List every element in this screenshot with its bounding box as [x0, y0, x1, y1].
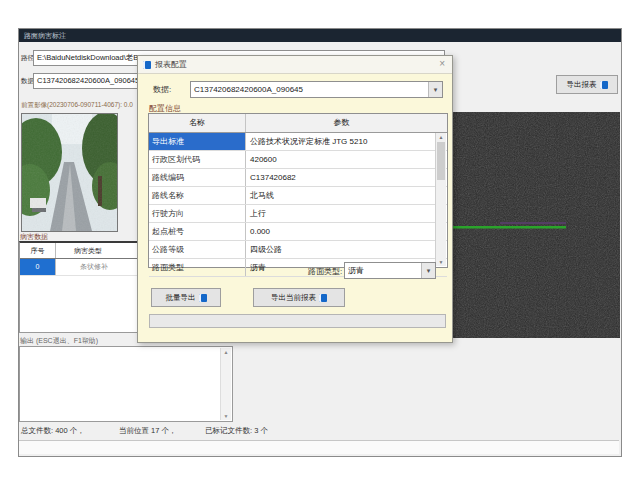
street-photo	[21, 113, 118, 232]
main-title: 路面病害标注	[24, 32, 66, 39]
config-row[interactable]: 公路等级 四级公路	[149, 241, 447, 259]
blue-app-icon	[199, 294, 207, 302]
config-name-cell: 路线名称	[149, 187, 246, 204]
config-param-cell: 四级公路	[246, 241, 447, 258]
output-label: 输出 (ESC退出、F1帮助)	[20, 336, 98, 346]
green-scan-line	[452, 226, 566, 229]
export-current-report-button[interactable]: 导出当前报表	[253, 288, 345, 307]
close-icon[interactable]: ×	[439, 58, 445, 69]
output-textarea[interactable]: ▲ ▼	[19, 346, 233, 422]
scroll-up-icon[interactable]: ▲	[436, 133, 446, 141]
config-name-cell: 行政区划代码	[149, 151, 246, 168]
scroll-down-icon[interactable]: ▼	[221, 412, 231, 420]
blue-app-icon	[600, 81, 608, 89]
config-name-cell: 路线编码	[149, 169, 246, 186]
asphalt-scan-image	[452, 112, 620, 338]
bottom-strip	[19, 441, 619, 454]
blue-app-icon	[319, 294, 327, 302]
batch-export-button[interactable]: 批量导出	[151, 288, 221, 307]
config-name-cell: 公路等级	[149, 241, 246, 258]
config-param-cell: 420600	[246, 151, 447, 168]
dialog-app-icon	[143, 61, 151, 69]
config-row[interactable]: 导出标准 公路技术状况评定标准 JTG 5210	[149, 133, 447, 151]
dialog-title: 报表配置	[155, 59, 187, 70]
status-total-files: 总文件数: 400 个，	[21, 426, 85, 436]
damage-index-cell: 0	[20, 259, 56, 275]
config-table-header: 名称 参数	[149, 114, 447, 133]
faint-purple-line	[500, 222, 566, 224]
screen: 路面病害标注 路径 E:\BaiduNetdiskDownload\老B 数据 …	[0, 0, 640, 480]
config-row[interactable]: 路线编码 C137420682	[149, 169, 447, 187]
dialog-data-combobox[interactable]: C137420682420600A_090645 ▾	[190, 81, 443, 98]
status-current-position: 当前位置 17 个，	[119, 426, 177, 436]
config-col-param[interactable]: 参数	[246, 114, 437, 132]
status-marked-files: 已标记文件数: 3 个	[205, 426, 268, 436]
damage-col-index[interactable]: 序号	[20, 243, 56, 258]
chevron-down-icon[interactable]: ▾	[421, 263, 435, 278]
dialog-titlebar: 报表配置 ×	[138, 56, 452, 74]
config-name-cell: 行驶方向	[149, 205, 246, 222]
config-param-cell: 0.000	[246, 223, 447, 240]
report-config-dialog: 报表配置 × 数据: C137420682420600A_090645 ▾ 配置…	[137, 55, 453, 343]
export-progress-bar	[149, 314, 446, 328]
output-scrollbar[interactable]: ▲ ▼	[220, 348, 231, 420]
config-row[interactable]: 起点桩号 0.000	[149, 223, 447, 241]
config-name-cell: 导出标准	[149, 133, 246, 150]
export-report-button[interactable]: 导出报表	[556, 75, 618, 94]
pavement-type-label: 路面类型:	[308, 266, 342, 277]
config-row[interactable]: 行驶方向 上行	[149, 205, 447, 223]
config-row[interactable]: 路线名称 北马线	[149, 187, 447, 205]
pavement-type-combobox[interactable]: 沥青 ▾	[344, 262, 436, 279]
config-col-name[interactable]: 名称	[149, 114, 246, 132]
scrollbar-thumb[interactable]	[437, 142, 445, 180]
config-row[interactable]: 行政区划代码 420600	[149, 151, 447, 169]
config-param-cell: 公路技术状况评定标准 JTG 5210	[246, 133, 447, 150]
config-name-cell: 路面类型	[149, 259, 246, 276]
config-param-cell: 北马线	[246, 187, 447, 204]
config-scrollbar[interactable]: ▲ ▼	[435, 133, 446, 266]
config-param-cell: C137420682	[246, 169, 447, 186]
chevron-down-icon[interactable]: ▾	[428, 82, 442, 97]
scroll-up-icon[interactable]: ▲	[221, 348, 231, 356]
dialog-data-label: 数据:	[153, 84, 171, 95]
config-param-cell: 上行	[246, 205, 447, 222]
main-titlebar: 路面病害标注	[19, 29, 621, 42]
scroll-down-icon[interactable]: ▼	[436, 258, 446, 266]
config-table: 名称 参数 导出标准 公路技术状况评定标准 JTG 5210 行政区划代码 42…	[148, 113, 448, 268]
config-name-cell: 起点桩号	[149, 223, 246, 240]
